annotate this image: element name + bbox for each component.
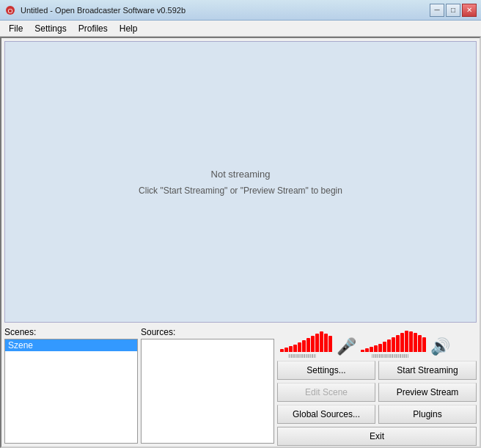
speaker-meter: |||||||||||||||||||||||||||||||| [361, 328, 426, 358]
global-sources-button[interactable]: Global Sources... [277, 405, 375, 424]
menu-settings[interactable]: Settings [29, 21, 72, 36]
exit-row: Exit [277, 427, 477, 446]
mic-icon: 🎤 [337, 337, 356, 356]
audio-meters: |||||||||||||||||||||||| 🎤 |||||||||||||… [277, 327, 477, 358]
minimize-button[interactable]: ─ [430, 4, 444, 17]
menu-help[interactable]: Help [114, 21, 144, 36]
edit-scene-button[interactable]: Edit Scene [277, 383, 375, 402]
svg-text:O: O [7, 7, 12, 15]
preview-area: Not streaming Click "Start Streaming" or… [4, 41, 477, 323]
mic-bars [280, 328, 332, 352]
scenes-panel: Scenes: Szene [4, 327, 138, 444]
maximize-button[interactable]: □ [446, 4, 460, 17]
sources-label: Sources: [141, 327, 274, 337]
app-icon: O [4, 4, 16, 16]
close-button[interactable]: ✕ [462, 4, 477, 17]
speaker-icon: 🔊 [430, 337, 450, 356]
right-panel: |||||||||||||||||||||||| 🎤 |||||||||||||… [277, 327, 477, 444]
preview-stream-button[interactable]: Preview Stream [378, 383, 477, 402]
sources-listbox[interactable] [141, 339, 274, 444]
window-title: Untitled - Open Broadcaster Software v0.… [21, 6, 186, 15]
buttons-section: Settings... Start Streaming Edit Scene P… [277, 359, 477, 446]
title-bar: O Untitled - Open Broadcaster Software v… [0, 0, 481, 21]
mic-meter: |||||||||||||||||||||||| [280, 328, 332, 358]
menu-bar: File Settings Profiles Help [0, 21, 481, 37]
settings-button[interactable]: Settings... [277, 361, 375, 380]
scenes-label: Scenes: [4, 327, 138, 337]
bottom-section: Scenes: Szene Sources: |||||||||||||||||… [1, 326, 480, 447]
speaker-bars [361, 328, 426, 352]
menu-file[interactable]: File [3, 21, 29, 36]
plugins-button[interactable]: Plugins [378, 405, 477, 424]
not-streaming-label: Not streaming [211, 169, 271, 180]
buttons-row-1: Settings... Start Streaming [277, 361, 477, 380]
scenes-listbox[interactable]: Szene [4, 339, 138, 444]
buttons-row-3: Global Sources... Plugins [277, 405, 477, 424]
scene-item-szene[interactable]: Szene [5, 339, 137, 351]
exit-button[interactable]: Exit [277, 427, 477, 446]
start-streaming-button[interactable]: Start Streaming [378, 361, 477, 380]
window-controls: ─ □ ✕ [430, 4, 477, 17]
streaming-hint: Click "Start Streaming" or "Preview Stre… [139, 186, 342, 196]
menu-profiles[interactable]: Profiles [73, 21, 114, 36]
sources-panel: Sources: [141, 327, 274, 444]
main-window: Not streaming Click "Start Streaming" or… [0, 37, 481, 448]
buttons-row-2: Edit Scene Preview Stream [277, 383, 477, 402]
